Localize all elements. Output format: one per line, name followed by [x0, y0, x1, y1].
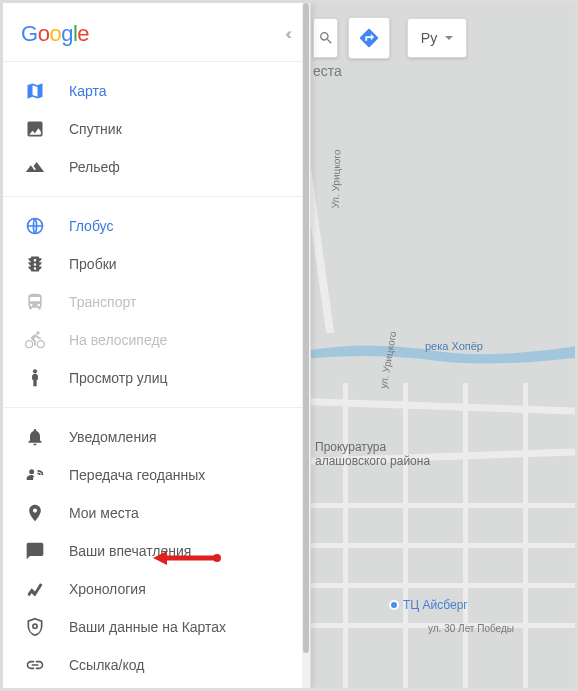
pin-icon: [25, 503, 45, 523]
search-icon: [318, 30, 334, 46]
terrain-icon: [25, 157, 45, 177]
bike-icon: [25, 330, 45, 350]
sidebar-section-layers: Карта Спутник Рельеф: [3, 61, 310, 196]
poi-label-1b: алашовского района: [315, 454, 430, 468]
sidebar-item-label: На велосипеде: [69, 332, 167, 348]
scrollbar[interactable]: [302, 3, 310, 688]
sidebar-item-label: Уведомления: [69, 429, 157, 445]
link-icon: [25, 655, 45, 675]
poi-dot-icon: [389, 600, 399, 610]
svg-point-3: [33, 624, 37, 628]
sidebar-item-contributions[interactable]: Ваши впечатления: [3, 532, 310, 570]
sidebar-item-transit: Транспорт: [3, 283, 310, 321]
sidebar-item-label: Карта: [69, 83, 106, 99]
directions-button[interactable]: [348, 17, 390, 59]
directions-icon: [358, 27, 380, 49]
sidebar-item-map[interactable]: Карта: [3, 72, 310, 110]
sidebar-item-notifications[interactable]: Уведомления: [3, 418, 310, 456]
sidebar-item-timeline[interactable]: Хронология: [3, 570, 310, 608]
scrollbar-thumb[interactable]: [303, 3, 309, 653]
svg-point-2: [29, 469, 34, 474]
review-icon: [25, 541, 45, 561]
poi-text: алашовского района: [315, 454, 430, 468]
location-sharing-icon: [25, 465, 45, 485]
shield-icon: [25, 617, 45, 637]
sidebar-item-label: Транспорт: [69, 294, 136, 310]
sidebar-item-label: Хронология: [69, 581, 146, 597]
sidebar-item-label: Ссылка/код: [69, 657, 144, 673]
search-box-fragment[interactable]: [313, 18, 338, 58]
streetview-icon: [25, 368, 45, 388]
bell-icon: [25, 427, 45, 447]
sidebar-item-print[interactable]: Печать: [3, 684, 310, 688]
sidebar-item-traffic[interactable]: Пробки: [3, 245, 310, 283]
sidebar-item-label: Мои места: [69, 505, 139, 521]
sidebar-item-label: Передача геоданных: [69, 467, 205, 483]
sidebar-header: Google ‹‹: [3, 3, 310, 61]
timeline-icon: [25, 579, 45, 599]
sidebar-item-location-sharing[interactable]: Передача геоданных: [3, 456, 310, 494]
sidebar-menu: Google ‹‹ Карта Спутник Рельеф Глобус Пр…: [3, 3, 311, 688]
svg-point-1: [33, 369, 37, 373]
sidebar-item-label: Пробки: [69, 256, 117, 272]
street-label: ул. 30 Лет Победы: [428, 623, 514, 634]
globe-icon: [25, 216, 45, 236]
sidebar-item-satellite[interactable]: Спутник: [3, 110, 310, 148]
sidebar-item-label: Глобус: [69, 218, 113, 234]
transit-icon: [25, 292, 45, 312]
google-logo[interactable]: Google: [21, 21, 89, 47]
poi-text: Прокуратура: [315, 440, 386, 454]
map-icon: [25, 81, 45, 101]
sidebar-item-label: Рельеф: [69, 159, 120, 175]
sidebar-item-terrain[interactable]: Рельеф: [3, 148, 310, 186]
chevron-down-icon: [445, 36, 453, 40]
sidebar-item-label: Ваши данные на Картах: [69, 619, 226, 635]
sidebar-section-personal: Уведомления Передача геоданных Мои места…: [3, 407, 310, 688]
sidebar-item-label: Ваши впечатления: [69, 543, 191, 559]
sidebar-item-streetview[interactable]: Просмотр улиц: [3, 359, 310, 397]
poi-marker[interactable]: ТЦ Айсберг: [389, 598, 468, 612]
collapse-sidebar-button[interactable]: ‹‹: [281, 21, 292, 47]
poi-name: ТЦ Айсберг: [403, 598, 468, 612]
traffic-icon: [25, 254, 45, 274]
sidebar-item-label: Просмотр улиц: [69, 370, 168, 386]
sidebar-item-share-embed[interactable]: Ссылка/код: [3, 646, 310, 684]
sidebar-section-view: Глобус Пробки Транспорт На велосипеде Пр…: [3, 196, 310, 407]
river-label: река Хопёр: [425, 340, 483, 352]
search-text-fragment: еста: [313, 63, 342, 79]
sidebar-item-my-places[interactable]: Мои места: [3, 494, 310, 532]
language-label: Ру: [421, 30, 437, 46]
street-label: Ул. Урицкого: [330, 149, 343, 208]
sidebar-item-bike: На велосипеде: [3, 321, 310, 359]
language-dropdown[interactable]: Ру: [407, 18, 467, 58]
poi-label-1: Прокуратура: [315, 440, 386, 454]
sidebar-item-globe[interactable]: Глобус: [3, 207, 310, 245]
sidebar-item-label: Спутник: [69, 121, 122, 137]
sidebar-item-your-data[interactable]: Ваши данные на Картах: [3, 608, 310, 646]
satellite-icon: [25, 119, 45, 139]
